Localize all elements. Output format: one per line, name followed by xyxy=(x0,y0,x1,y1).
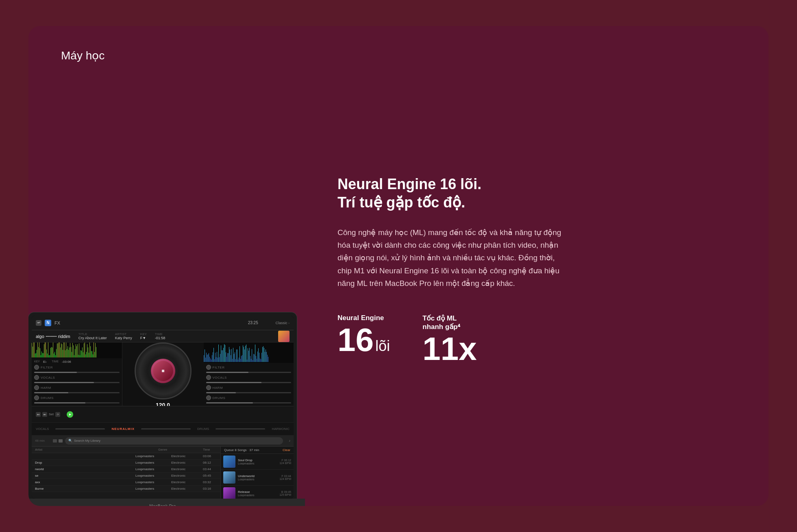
library-search-bar: 48 min 🔍 Search My Library ♪ xyxy=(32,435,294,447)
back-btn[interactable]: ⏮ xyxy=(36,412,41,417)
deck-left-waveform xyxy=(32,342,122,358)
search-input[interactable]: 🔍 Search My Library xyxy=(65,437,283,445)
stat-ml-speed: Tốc độ ML nhanh gấp⁴ 11x xyxy=(422,314,477,365)
harm-knob-right xyxy=(206,385,211,390)
queue-meta: B 09:45 125 BPM xyxy=(279,491,291,496)
transport-controls: ⏮ ⏭ Set ⟳ xyxy=(36,412,60,417)
harmonic-neural-slider[interactable] xyxy=(216,428,265,430)
filter-knob-left xyxy=(34,365,39,370)
neuralmix-label: NEURALMIX xyxy=(111,427,135,431)
drums-slider-left xyxy=(34,402,120,403)
macbook-base: MacBook Pro xyxy=(28,499,305,506)
music-note-icon: ♪ xyxy=(289,439,290,443)
loop-btn[interactable]: ⟳ xyxy=(55,412,60,417)
library-row[interactable]: Loopmasters Electronic 03:06 xyxy=(32,453,220,460)
right-content: Neural Engine 16 lõi. Trí tuệ gặp tốc độ… xyxy=(305,26,769,506)
queue-item[interactable]: Soul Drop Loopmasters F 06:12 124 BPM xyxy=(221,454,294,470)
library-row[interactable]: rworld Loopmasters Electronic 03:44 xyxy=(32,466,220,473)
neural-mix-bar: VOCALS NEURALMIX DRUMS HARMONIC xyxy=(32,422,294,435)
topbar-back-icon: ↩ xyxy=(36,320,41,326)
logo-dots xyxy=(46,336,57,337)
neural-engine-value: 16 lõi xyxy=(338,324,390,356)
queue-item[interactable]: Release Loopmasters B 09:45 125 BPM xyxy=(221,486,294,499)
topbar-fx-label: FX xyxy=(54,321,60,325)
deck-right-harm: HARM xyxy=(206,385,292,390)
deck-left-controls: KEY E♭ TIME -03:06 FILTER xyxy=(32,358,122,406)
grid-icon[interactable] xyxy=(53,439,57,443)
song-key-meta: KEY F▼ xyxy=(140,332,147,340)
macbook-wrapper: ↩ N FX 23:25 Classic - algo xyxy=(28,312,305,506)
queue-clear-button[interactable]: Clear xyxy=(283,448,290,452)
song-title-meta: TITLE Cry About It Later xyxy=(78,332,107,340)
deck-right-controls: FILTER VOCALS xyxy=(204,363,294,406)
dj-fx-section: ⏮ ⏭ Set ⟳ ▶ xyxy=(32,406,294,422)
harmonic-label-neural: HARMONIC xyxy=(272,427,290,431)
harm-slider-left xyxy=(34,392,120,393)
macbook-section: ↩ N FX 23:25 Classic - algo xyxy=(28,26,305,506)
topbar-time: 23:25 Classic - xyxy=(248,321,290,325)
deck-left-filter: FILTER xyxy=(34,364,120,370)
topbar-n-badge: N xyxy=(45,320,51,326)
deck-right: FILTER VOCALS xyxy=(204,342,294,406)
queue-info: Soul Drop Loopmasters xyxy=(238,458,277,465)
view-icons xyxy=(53,439,63,443)
forward-btn[interactable]: ⏭ xyxy=(42,412,47,417)
list-icon[interactable] xyxy=(59,439,63,443)
deck-left: KEY E♭ TIME -03:06 FILTER xyxy=(32,342,122,406)
song-meta: TITLE Cry About It Later ARTIST Katy Per… xyxy=(78,332,165,340)
play-button[interactable]: ▶ xyxy=(67,411,73,418)
library-content: Artist Genre Time Loopmasters Electronic xyxy=(32,447,294,499)
ml-speed-label: Tốc độ ML nhanh gấp⁴ xyxy=(422,314,477,331)
filter-slider-left xyxy=(34,372,120,373)
vocals-label-neural: VOCALS xyxy=(36,427,49,431)
vocals-slider-right xyxy=(206,382,292,383)
harm-slider-right xyxy=(206,392,292,393)
library-time: 48 min xyxy=(35,439,47,443)
artwork-thumbnail xyxy=(278,331,290,342)
topbar-mode: Classic - xyxy=(275,321,290,325)
set-label: Set xyxy=(49,412,54,416)
queue-label: Queue 8 Songs · 37 min xyxy=(224,448,259,452)
vocals-neural-slider[interactable] xyxy=(55,428,105,430)
deck-right-vocals: VOCALS xyxy=(206,375,292,380)
library-row[interactable]: Burne Loopmasters Electronic 03:16 xyxy=(32,486,220,492)
queue-artwork xyxy=(223,487,235,499)
queue-artwork xyxy=(223,471,235,484)
main-card: Máy học ↩ N FX 23:25 Classic - xyxy=(28,26,769,506)
deck-left-drums: DRUMS xyxy=(34,395,120,401)
library-row[interactable]: Drop Loopmasters Electronic 06:12 xyxy=(32,460,220,466)
deck-right-filter: FILTER xyxy=(206,364,292,370)
main-heading: Neural Engine 16 lõi. Trí tuệ gặp tốc độ… xyxy=(338,175,740,211)
deck-left-harm: HARM xyxy=(34,385,120,390)
vocals-knob-right xyxy=(206,375,211,380)
drums-slider-right xyxy=(206,402,292,403)
filter-knob-right xyxy=(206,365,211,370)
vocals-knob-left xyxy=(34,375,39,380)
library-row[interactable]: axx Loopmasters Electronic 03:32 xyxy=(32,479,220,486)
dj-app: ↩ N FX 23:25 Classic - algo xyxy=(32,316,294,499)
macbook-screen-outer: ↩ N FX 23:25 Classic - algo xyxy=(28,312,297,499)
queue-item[interactable]: Underworld Loopmasters F 03:44 124 BPM xyxy=(221,470,294,486)
algoriddim-logo: algo riddim xyxy=(36,334,70,339)
library-column-headers: Artist Genre Time xyxy=(32,447,220,453)
library-main-list: Artist Genre Time Loopmasters Electronic xyxy=(32,447,220,499)
dj-topbar: ↩ N FX 23:25 Classic - xyxy=(32,316,294,330)
harm-knob-left xyxy=(34,385,39,390)
dj-library: 48 min 🔍 Search My Library ♪ xyxy=(32,435,294,499)
queue-info: Release Loopmasters xyxy=(238,490,277,497)
library-row[interactable]: se Loopmasters Electronic 05:45 xyxy=(32,473,220,479)
queue-header: Queue 8 Songs · 37 min Clear xyxy=(221,447,294,454)
deck-right-drums: DRUMS xyxy=(206,395,292,401)
turntable-area: SYNC xyxy=(122,342,204,406)
dj-decks: KEY E♭ TIME -03:06 FILTER xyxy=(32,342,294,406)
drums-neural-slider[interactable] xyxy=(141,428,191,430)
waveform-left xyxy=(32,342,122,358)
drums-knob-left xyxy=(34,395,39,400)
bpm-display: 120.0 xyxy=(156,402,170,406)
filter-slider-right xyxy=(206,372,292,373)
turntable xyxy=(135,342,192,399)
deck-right-waveform xyxy=(204,342,294,363)
queue-meta: F 06:12 124 BPM xyxy=(279,459,291,464)
body-text: Công nghệ máy học (ML) mang đến tốc độ v… xyxy=(338,226,565,290)
neural-engine-label: Neural Engine xyxy=(338,314,390,322)
